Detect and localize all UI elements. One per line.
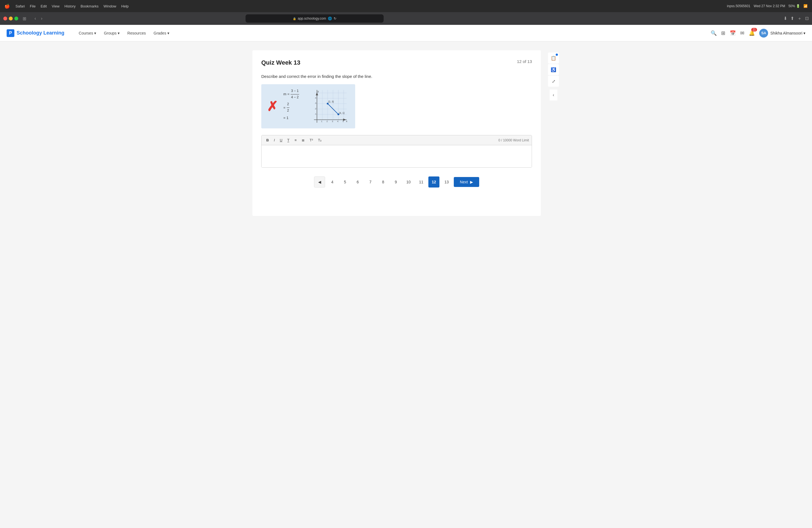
user-menu[interactable]: SA Shikha Almansoori ▾ (759, 29, 806, 38)
italic-button[interactable]: I (272, 137, 277, 143)
right-panel: 📋 ♿ ⤢ ‹ (547, 50, 560, 216)
next-button[interactable]: Next ▶ (454, 177, 479, 187)
page-6-button[interactable]: 6 (352, 176, 363, 188)
page-4-button[interactable]: 4 (327, 176, 338, 188)
numbered-list-button[interactable]: ≣ (300, 137, 307, 143)
question-image: ✗ m = 3 − 1 4 − 2 = 2 2 (261, 84, 355, 128)
math-line-1: m = 3 − 1 4 − 2 (284, 88, 299, 100)
battery-indicator: 50% 🔋 (788, 4, 800, 8)
svg-text:4: 4 (337, 120, 338, 122)
panel-fullscreen-button[interactable]: ⤢ (548, 76, 559, 87)
underline-button[interactable]: U (278, 137, 284, 143)
word-limit-counter: 0 / 10000 Word Limit (498, 138, 529, 142)
page-11-button[interactable]: 11 (416, 176, 427, 188)
mac-status-bar: inpss.50565601 Wed 27 Nov 2:32 PM 50% 🔋 … (727, 4, 808, 8)
notifications-icon[interactable]: 🔔 21 (749, 30, 755, 36)
math-line-3: = 1 (284, 115, 299, 121)
bookmarks-menu[interactable]: Bookmarks (81, 4, 99, 8)
main-wrapper: Quiz Week 13 12 of 13 Describe and corre… (0, 41, 812, 528)
page-13-button[interactable]: 13 (441, 176, 452, 188)
tab-overview-icon[interactable]: ⊡ (805, 16, 809, 21)
safari-menu[interactable]: Safari (15, 4, 25, 8)
mac-menus: Safari File Edit View History Bookmarks … (15, 4, 129, 8)
grades-menu[interactable]: Grades ▾ (150, 29, 173, 38)
superscript-button[interactable]: T² (308, 137, 315, 143)
browser-chrome: ⊞ ‹ › 🔒 app.schoology.com 🌐 ↻ ⬇ ⬆ ＋ ⊡ (0, 12, 812, 25)
error-x-mark: ✗ (267, 99, 278, 114)
next-label: Next (460, 180, 468, 184)
bullet-list-button[interactable]: ≡ (292, 137, 299, 143)
help-menu[interactable]: Help (121, 4, 129, 8)
forward-button[interactable]: › (39, 15, 44, 21)
address-bar[interactable]: 🔒 app.schoology.com 🌐 ↻ (246, 14, 383, 23)
panel-notes-button[interactable]: 📋 (548, 53, 559, 63)
apple-icon[interactable]: 🍎 (4, 4, 10, 9)
svg-point-29 (327, 103, 329, 104)
strikethrough-button[interactable]: T̲ (285, 137, 291, 143)
page-5-button[interactable]: 5 (339, 176, 350, 188)
svg-text:3: 3 (332, 120, 333, 122)
browser-navigation: ‹ › (33, 15, 44, 21)
groups-label: Groups (104, 31, 117, 35)
username-label: Shikha Almansoori ▾ (770, 31, 806, 35)
answer-editor[interactable]: B I U T̲ ≡ ≣ T² T₂ 0 / 10000 Word Limit (261, 135, 532, 167)
accessibility-icon: ♿ (551, 67, 556, 72)
file-menu[interactable]: File (30, 4, 35, 8)
notes-icon: 📋 (551, 56, 556, 61)
page-8-button[interactable]: 8 (378, 176, 389, 188)
translate-icon: 🌐 (328, 17, 332, 20)
quiz-title: Quiz Week 13 (261, 59, 300, 66)
minimize-window-button[interactable] (9, 17, 13, 20)
schoology-logo[interactable]: P Schoology Learning (6, 29, 64, 37)
calendar-icon[interactable]: 📅 (730, 30, 736, 36)
notification-badge: 21 (751, 28, 757, 31)
page-9-button[interactable]: 9 (390, 176, 401, 188)
traffic-lights (3, 17, 18, 20)
prev-page-button[interactable]: ◀ (314, 176, 325, 188)
search-icon[interactable]: 🔍 (711, 30, 717, 36)
panel-accessibility-button[interactable]: ♿ (548, 64, 559, 75)
history-menu[interactable]: History (64, 4, 75, 8)
page-12-button[interactable]: 12 (429, 176, 439, 188)
view-menu[interactable]: View (52, 4, 59, 8)
content-area: Quiz Week 13 12 of 13 Describe and corre… (246, 41, 566, 225)
edit-menu[interactable]: Edit (41, 4, 47, 8)
back-button[interactable]: ‹ (33, 15, 38, 21)
logo-icon: P (6, 29, 14, 37)
bold-button[interactable]: B (264, 137, 271, 143)
wifi-icon: 📶 (803, 4, 808, 8)
resources-menu[interactable]: Resources (124, 29, 149, 38)
panel-dot-indicator (556, 54, 558, 56)
svg-text:4: 4 (315, 97, 316, 99)
lock-icon: 🔒 (293, 17, 296, 20)
svg-text:3: 3 (315, 102, 316, 104)
sidebar-toggle-button[interactable]: ⊞ (21, 15, 28, 22)
mac-system-info: inpss.50565601 (727, 4, 750, 8)
grid-icon[interactable]: ⊞ (721, 30, 725, 36)
subscript-button[interactable]: T₂ (316, 137, 323, 143)
slope-graph: y x 1 2 3 4 5 1 2 3 4 (311, 87, 350, 126)
new-tab-icon[interactable]: ＋ (797, 16, 802, 21)
groups-chevron-icon: ▾ (118, 31, 120, 35)
groups-menu[interactable]: Groups ▾ (101, 29, 123, 38)
logo-text: Schoology Learning (17, 30, 64, 36)
url-text: app.schoology.com (298, 17, 326, 20)
page-7-button[interactable]: 7 (365, 176, 376, 188)
svg-text:2: 2 (315, 107, 316, 110)
panel-collapse-button[interactable]: ‹ (550, 89, 557, 101)
page-10-button[interactable]: 10 (403, 176, 414, 188)
answer-input[interactable] (262, 145, 532, 167)
editor-toolbar: B I U T̲ ≡ ≣ T² T₂ 0 / 10000 Word Limit (262, 135, 532, 145)
courses-menu[interactable]: Courses ▾ (75, 29, 99, 38)
window-menu[interactable]: Window (104, 4, 116, 8)
download-icon[interactable]: ⬇ (784, 16, 787, 21)
courses-chevron-icon: ▾ (94, 31, 96, 35)
reload-icon[interactable]: ↻ (334, 17, 336, 20)
messages-icon[interactable]: ✉ (740, 30, 744, 36)
resources-label: Resources (127, 31, 146, 35)
question-text: Describe and correct the error in findin… (261, 74, 532, 79)
share-icon[interactable]: ⬆ (791, 16, 794, 21)
mac-datetime: Wed 27 Nov 2:32 PM (754, 4, 785, 8)
close-window-button[interactable] (3, 17, 7, 20)
maximize-window-button[interactable] (14, 17, 18, 20)
